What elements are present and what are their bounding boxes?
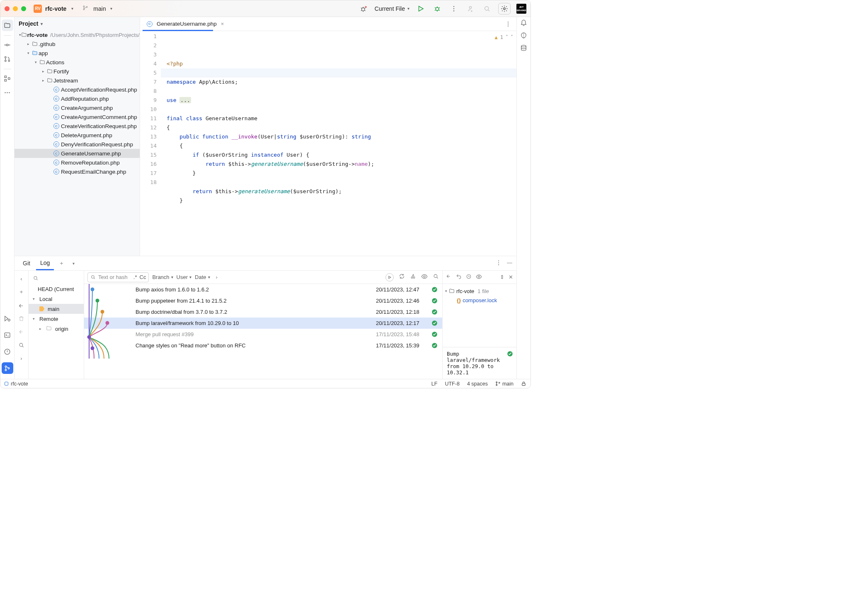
go-to-icon[interactable]: ›	[216, 274, 218, 280]
git-filter-date[interactable]: Date▾	[195, 274, 210, 280]
minimize-window-icon[interactable]	[13, 6, 18, 11]
pull-requests-tool-button[interactable]	[2, 53, 13, 65]
project-name[interactable]: rfc-vote	[45, 5, 66, 12]
details-root[interactable]: ▾ rfc-vote 1 file	[445, 286, 514, 296]
git-checkout-icon[interactable]	[16, 300, 27, 310]
details-eye-icon[interactable]	[476, 274, 482, 281]
tree-folder[interactable]: ▸ .github	[15, 39, 140, 49]
structure-tool-button[interactable]	[2, 73, 13, 84]
git-refresh-icon[interactable]	[399, 273, 405, 281]
terminal-tool-button[interactable]	[2, 329, 13, 341]
more-tool-windows-icon[interactable]	[2, 87, 13, 98]
status-indent[interactable]: 4 spaces	[467, 381, 488, 387]
git-filter-user[interactable]: User▾	[177, 274, 191, 280]
case-toggle[interactable]: Cc	[140, 274, 146, 280]
more-actions-icon[interactable]	[448, 3, 459, 14]
debug-button[interactable]	[432, 3, 443, 14]
editor-tab[interactable]: C GenerateUsername.php ×	[143, 17, 228, 31]
notifications-icon[interactable]	[520, 19, 527, 28]
version-control-tool-button[interactable]	[2, 362, 13, 374]
details-history-icon[interactable]	[466, 274, 472, 281]
chevron-down-icon[interactable]: ▾	[69, 261, 78, 266]
git-log-row[interactable]: Bump axios from 1.6.0 to 1.6.2 20/11/202…	[84, 284, 442, 295]
git-fetch-icon[interactable]	[16, 326, 27, 337]
project-tree[interactable]: ▾ rfc-vote /Users/John.Smith/PhpstormPro…	[15, 30, 140, 256]
git-run-icon[interactable]	[385, 273, 394, 281]
details-file[interactable]: {} composer.lock	[445, 296, 514, 305]
status-lock-icon[interactable]	[521, 381, 526, 386]
vcs-branch-name[interactable]: main	[93, 5, 106, 12]
status-line-ending[interactable]: LF	[431, 381, 438, 387]
tree-file[interactable]: CGenerateUsername.php	[15, 149, 140, 158]
git-new-branch-icon[interactable]: ＋	[16, 286, 27, 297]
chevron-down-icon[interactable]: ▾	[41, 22, 43, 26]
details-revert-icon[interactable]	[456, 274, 462, 281]
git-log-row[interactable]: Bump doctrine/dbal from 3.7.0 to 3.7.2 2…	[84, 306, 442, 318]
zoom-window-icon[interactable]	[21, 6, 26, 11]
tree-file[interactable]: CAddReputation.php	[15, 94, 140, 103]
git-branches-remote[interactable]: ▾Remote	[29, 314, 84, 324]
code-editor[interactable]: 12345789101112131415161718 ▲ 1 ˄ ˅ <?php…	[140, 31, 516, 256]
git-log-row[interactable]: Change styles on "Read more" button on R…	[84, 340, 442, 351]
tree-folder[interactable]: ▾ app	[15, 49, 140, 58]
tree-root[interactable]: ▾ rfc-vote /Users/John.Smith/PhpstormPro…	[15, 30, 140, 39]
git-tab-log[interactable]: Log	[36, 256, 54, 270]
tree-file[interactable]: CDenyVerificationRequest.php	[15, 140, 140, 149]
database-icon[interactable]	[520, 44, 527, 53]
commit-tool-button[interactable]	[2, 39, 13, 51]
project-tool-button[interactable]	[2, 19, 13, 31]
regex-toggle[interactable]: .*	[133, 274, 137, 280]
chevron-down-icon[interactable]: ▾	[71, 6, 73, 11]
tree-file[interactable]: CCreateArgumentComment.php	[15, 112, 140, 121]
tree-file[interactable]: CRemoveReputation.php	[15, 158, 140, 167]
git-add-tab-icon[interactable]: ＋	[56, 259, 68, 267]
git-find-icon[interactable]	[16, 340, 27, 350]
close-tab-icon[interactable]: ×	[221, 21, 224, 27]
git-cherry-pick-icon[interactable]	[410, 273, 416, 281]
git-branch-main[interactable]: main	[29, 304, 84, 314]
git-branches-head[interactable]: HEAD (Current	[29, 284, 84, 294]
tree-folder[interactable]: ▸ Fortify	[15, 67, 140, 76]
tree-folder[interactable]: ▸ Jetstream	[15, 76, 140, 85]
tree-file[interactable]: CAcceptVerificationRequest.php	[15, 85, 140, 94]
git-log-row[interactable]: Bump puppeteer from 21.4.1 to 21.5.2 20/…	[84, 295, 442, 306]
tree-file[interactable]: CDeleteArgument.php	[15, 131, 140, 140]
chevron-down-icon[interactable]: ▾	[110, 6, 112, 11]
git-tab-git[interactable]: Git	[19, 256, 34, 270]
code-with-me-icon[interactable]	[465, 3, 476, 14]
details-prev-icon[interactable]	[446, 274, 452, 281]
run-config-selector[interactable]: Current File ▾	[375, 5, 409, 12]
git-more-icon[interactable]	[495, 259, 502, 267]
git-eye-icon[interactable]	[421, 273, 428, 281]
git-find-icon[interactable]	[433, 273, 439, 281]
tree-file[interactable]: CRequestEmailChange.php	[15, 167, 140, 176]
close-window-icon[interactable]	[5, 6, 10, 11]
editor-tabs-more-icon[interactable]	[500, 17, 516, 31]
tree-file[interactable]: CCreateVerificationRequest.php	[15, 121, 140, 131]
git-hide-icon[interactable]: —	[507, 259, 512, 267]
ai-assistant-icon[interactable]	[520, 32, 527, 40]
details-close-icon[interactable]: ✕	[509, 274, 513, 280]
inspection-widget[interactable]: ▲ 1 ˄ ˅	[495, 33, 513, 42]
git-log-search[interactable]: Text or hash .* Cc	[87, 272, 149, 282]
next-highlight-icon[interactable]: ˅	[511, 33, 513, 42]
git-branches-local[interactable]: ▾Local	[29, 294, 84, 304]
git-filter-branch[interactable]: Branch▾	[152, 274, 173, 280]
search-everywhere-icon[interactable]	[482, 3, 492, 14]
settings-icon[interactable]	[498, 3, 511, 15]
run-tool-button[interactable]	[2, 313, 13, 324]
status-project[interactable]: rfc-vote	[11, 381, 28, 387]
status-encoding[interactable]: UTF-8	[445, 381, 459, 387]
status-branch[interactable]: main	[495, 381, 514, 387]
problems-tool-button[interactable]	[2, 346, 13, 357]
git-next-icon[interactable]: ›	[16, 353, 27, 364]
tree-folder[interactable]: ▾ Actions	[15, 58, 140, 67]
git-branches-origin[interactable]: ▸origin	[29, 324, 84, 334]
tree-file[interactable]: CCreateArgument.php	[15, 103, 140, 112]
details-expand-icon[interactable]: ⇕	[500, 274, 504, 280]
git-delete-icon[interactable]	[16, 313, 27, 324]
prev-highlight-icon[interactable]: ˄	[506, 33, 508, 42]
git-log-row[interactable]: Merge pull request #399 17/11/2023, 15:4…	[84, 329, 442, 340]
debug-stop-icon[interactable]	[358, 3, 369, 14]
git-prev-icon[interactable]: ‹	[16, 273, 27, 284]
